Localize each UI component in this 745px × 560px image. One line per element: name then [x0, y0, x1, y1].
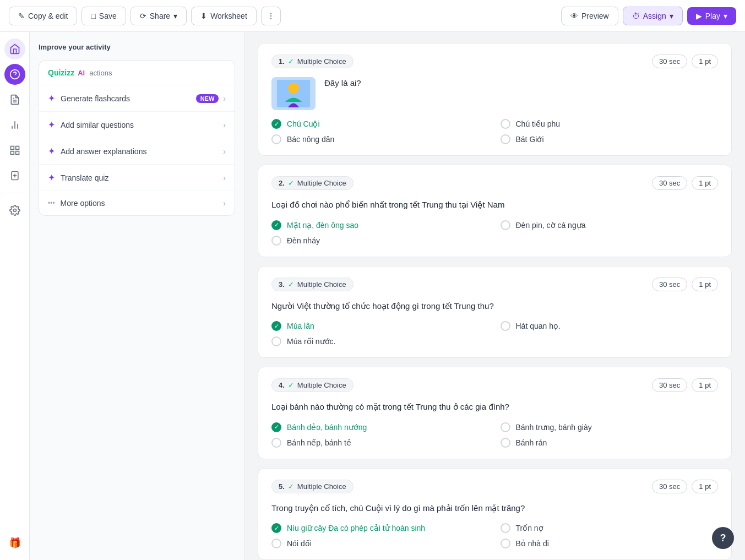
play-icon: ▶: [696, 12, 702, 20]
question-5-type-badge: 5. ✓ Multiple Choice: [271, 480, 354, 493]
question-4-type: Multiple Choice: [297, 381, 346, 389]
question-5-points: 1 pt: [692, 480, 718, 493]
worksheet-button[interactable]: ⬇ Worksheet: [191, 7, 257, 25]
answer-text: Hát quan họ.: [516, 322, 561, 330]
assign-button[interactable]: ⏱ Assign ▾: [623, 7, 683, 25]
copy-edit-button[interactable]: ✎ Copy & edit: [9, 7, 77, 25]
translate-left: ✦ Translate quiz: [48, 172, 108, 183]
radio-circle: [501, 539, 510, 548]
answer-text: Múa lân: [287, 322, 314, 330]
question-4-time: 30 sec: [652, 378, 687, 392]
chevron-icon-more: ›: [223, 199, 226, 208]
share-button[interactable]: ⟳ Share ▾: [130, 7, 187, 25]
question-2-text: Loại đồ chơi nào phổ biến nhất trong tết…: [271, 199, 718, 211]
dots-icon-more: •••: [48, 199, 55, 207]
sidebar-item-quiz[interactable]: [4, 64, 25, 85]
worksheet-icon: ⬇: [200, 12, 207, 20]
preview-button[interactable]: 👁 Preview: [561, 7, 618, 25]
radio-circle: [501, 438, 510, 448]
question-4-answers: Bánh dẻo, bánh nướng Bánh trưng, bánh gi…: [271, 422, 718, 448]
play-chevron-icon: ▾: [724, 12, 727, 20]
answer-item: Trốn nợ: [501, 523, 719, 533]
question-card-2: 2. ✓ Multiple Choice 30 sec 1 pt Loại đồ…: [258, 165, 732, 257]
add-answer-explanations-action[interactable]: ✦ Add answer explanations ›: [39, 138, 235, 165]
question-2-type-badge: 2. ✓ Multiple Choice: [271, 176, 354, 190]
more-options-button[interactable]: ⋮: [261, 7, 281, 25]
question-3-points: 1 pt: [692, 278, 718, 291]
sidebar-item-reports[interactable]: [4, 89, 25, 110]
sidebar-item-home[interactable]: [4, 39, 25, 59]
answer-item: Bác nông dân: [271, 134, 490, 144]
radio-circle: [271, 539, 281, 548]
question-4-header: 4. ✓ Multiple Choice 30 sec 1 pt: [271, 378, 718, 392]
generate-flashcards-action[interactable]: ✦ Generate flashcards NEW ›: [39, 85, 235, 112]
add-explanations-label: Add answer explanations: [61, 147, 146, 156]
help-button[interactable]: ?: [712, 527, 734, 549]
question-2-points: 1 pt: [692, 176, 718, 190]
assign-label: Assign: [643, 12, 666, 20]
question-4-check-icon: ✓: [288, 381, 294, 389]
svg-rect-7: [10, 146, 14, 150]
sidebar-item-gift[interactable]: 🎁: [4, 532, 25, 553]
answer-item: Bát Giới: [501, 134, 719, 144]
question-1-check-icon: ✓: [288, 57, 294, 66]
question-5-answers: Níu giữ cây Đa có phép cải tử hoàn sinh …: [271, 523, 718, 548]
answer-text: Trốn nợ: [516, 524, 543, 532]
save-icon: □: [91, 12, 95, 20]
preview-eye-icon: 👁: [570, 12, 578, 20]
question-5-header: 5. ✓ Multiple Choice 30 sec 1 pt: [271, 480, 718, 493]
flashcards-right: NEW ›: [196, 94, 226, 103]
add-similar-questions-action[interactable]: ✦ Add similar questions ›: [39, 112, 235, 138]
question-4-meta: 30 sec 1 pt: [652, 378, 718, 392]
question-3-check-icon: ✓: [288, 280, 294, 289]
question-5-text: Trong truyện cổ tích, chú Cuội vì lý do …: [271, 502, 718, 515]
translate-label: Translate quiz: [61, 173, 108, 182]
radio-correct: [271, 220, 281, 230]
sparkle-icon-explanations: ✦: [48, 146, 55, 156]
answer-item: Bánh dẻo, bánh nướng: [271, 422, 490, 432]
sidebar-item-charts[interactable]: [4, 115, 25, 135]
play-label: Play: [705, 12, 720, 20]
question-1-image: [271, 77, 316, 110]
question-3-answers: Múa lân Hát quan họ. Múa rối nước.: [271, 321, 718, 346]
improve-title: Improve your activity: [39, 43, 235, 51]
assign-chevron-icon: ▾: [670, 12, 673, 20]
answer-item: Múa lân: [271, 321, 490, 331]
preview-label: Preview: [581, 12, 609, 20]
assign-clock-icon: ⏱: [632, 12, 640, 20]
answer-item: Mặt nạ, đèn ông sao: [271, 220, 490, 230]
question-1-points: 1 pt: [692, 55, 718, 68]
more-options-action[interactable]: ••• More options ›: [39, 191, 235, 215]
answer-item: Bỏ nhà đi: [501, 539, 719, 548]
generate-flashcards-left: ✦ Generate flashcards: [48, 93, 130, 104]
answer-item: Bánh rán: [501, 438, 719, 448]
question-1-type-badge: 1. ✓ Multiple Choice: [271, 55, 354, 68]
question-3-meta: 30 sec 1 pt: [652, 278, 718, 291]
question-5-number: 5.: [279, 482, 285, 491]
save-button[interactable]: □ Save: [81, 7, 126, 25]
radio-correct: [271, 119, 281, 129]
generate-flashcards-label: Generate flashcards: [61, 94, 130, 103]
toolbar-right: 👁 Preview ⏱ Assign ▾ ▶ Play ▾: [561, 7, 736, 25]
answer-text: Bánh rán: [516, 438, 547, 447]
question-1-time: 30 sec: [652, 55, 687, 68]
sidebar-item-settings[interactable]: [4, 200, 25, 221]
question-1-type: Multiple Choice: [297, 57, 346, 66]
copy-edit-label: Copy & edit: [28, 12, 68, 20]
sidebar-item-games[interactable]: [4, 165, 25, 186]
svg-rect-10: [10, 151, 14, 155]
answer-item: Chú Cuội: [271, 119, 490, 129]
improve-panel: Improve your activity Quizizz AI actions…: [30, 32, 244, 560]
answer-text: Bác nông dân: [287, 135, 334, 144]
answer-text: Đèn pin, cờ cá ngựa: [516, 221, 586, 230]
answer-text: Nói dối: [287, 539, 312, 548]
question-3-type: Multiple Choice: [297, 280, 346, 289]
svg-rect-8: [15, 146, 19, 150]
sidebar-item-library[interactable]: [4, 140, 25, 161]
play-button[interactable]: ▶ Play ▾: [687, 7, 736, 25]
radio-circle: [501, 134, 510, 144]
answer-text: Chú Cuội: [287, 119, 320, 128]
translate-quiz-action[interactable]: ✦ Translate quiz ›: [39, 165, 235, 191]
share-icon: ⟳: [140, 12, 146, 20]
answer-item: Níu giữ cây Đa có phép cải tử hoàn sinh: [271, 523, 490, 533]
